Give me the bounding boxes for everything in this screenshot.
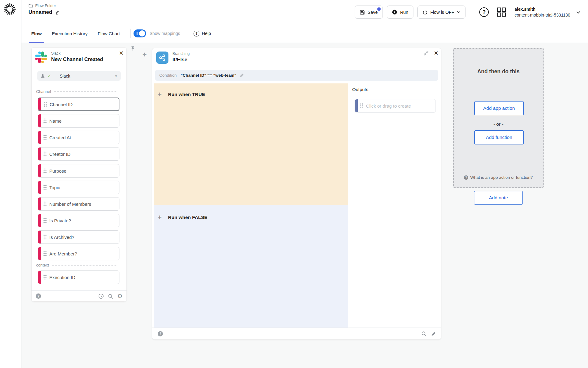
datapill-is-archived[interactable]: Is Archived?	[38, 230, 119, 244]
action-hint-link[interactable]: ? What is an app action or function?	[454, 175, 543, 180]
run-label: Run	[400, 10, 408, 15]
edit-pencil-icon[interactable]	[431, 331, 436, 336]
help-label: Help	[202, 31, 211, 36]
save-button[interactable]: Save	[355, 6, 383, 19]
drag-handle-icon	[360, 103, 363, 109]
add-app-action-button[interactable]: Add app action	[474, 101, 524, 115]
power-icon	[423, 10, 428, 15]
datapill-number-of-members[interactable]: Number of Members	[38, 197, 119, 211]
flow-canvas: Slack New Channel Created × ✓ Slack ▾ Ch…	[21, 43, 588, 368]
user-menu[interactable]: alex.smith content-mobbin-trial-5331130	[514, 6, 570, 18]
step-help-icon[interactable]: ?	[158, 331, 163, 336]
tab-flow[interactable]: Flow	[31, 24, 42, 43]
datapill-are-member[interactable]: Are Member?	[38, 247, 119, 260]
info-question-icon: ?	[464, 175, 468, 180]
add-function-button[interactable]: Add function	[474, 130, 524, 144]
drag-handle-icon	[43, 251, 47, 256]
add-note-button[interactable]: Add note	[474, 191, 523, 205]
branch-title: If/Else	[172, 57, 187, 63]
branching-icon	[156, 52, 168, 64]
run-when-true-label: Run when TRUE	[168, 92, 205, 97]
workspace-name: content-mobbin-trial-5331130	[514, 12, 570, 18]
help-menu[interactable]: ? Help	[194, 31, 211, 36]
or-separator: - or -	[454, 121, 543, 127]
user-name: alex.smith	[514, 6, 570, 12]
output-create-chip[interactable]: Click or drag to create	[355, 99, 436, 113]
datapill-created-at[interactable]: Created At	[38, 131, 119, 144]
tabbar-divider	[130, 29, 131, 38]
user-chevron-down-icon[interactable]	[576, 11, 580, 13]
trigger-datatree-panel: Slack New Channel Created × ✓ Slack ▾ Ch…	[32, 48, 126, 301]
branch-kicker: Branching	[172, 52, 190, 56]
datapill-execution-id[interactable]: Execution ID	[38, 270, 119, 284]
breadcrumb[interactable]: Flow Folder	[28, 3, 60, 8]
add-false-step-plus-icon[interactable]: +	[158, 214, 162, 221]
drag-handle-icon	[43, 201, 47, 207]
branch-step-card: Branching If/Else × Condition "Channel I…	[152, 48, 441, 339]
chevron-down-icon	[457, 11, 460, 13]
edit-title-icon[interactable]	[55, 10, 60, 15]
show-mappings-label: Show mappings	[149, 31, 180, 36]
settings-gear-icon[interactable]: ⚙	[117, 293, 123, 299]
connection-name: Slack	[60, 74, 70, 79]
branch-footer: ?	[152, 328, 441, 339]
close-icon[interactable]: ×	[434, 49, 438, 57]
help-icon[interactable]: ?	[479, 7, 489, 17]
connection-selector[interactable]: ✓ Slack ▾	[37, 71, 121, 81]
datapill-creator-id[interactable]: Creator ID	[38, 147, 119, 161]
trigger-app-name: Slack	[51, 51, 61, 56]
drag-handle-icon	[43, 218, 47, 223]
unsaved-changes-dot	[377, 7, 381, 11]
folder-icon	[28, 3, 33, 8]
pill-color-bar	[38, 98, 41, 111]
run-when-true-zone[interactable]	[154, 83, 348, 205]
flow-state-label: Flow is OFF	[430, 10, 454, 15]
drag-handle-icon	[43, 118, 47, 124]
datapill-purpose[interactable]: Purpose	[38, 164, 119, 178]
drag-handle-icon	[43, 102, 47, 107]
show-mappings-toggle[interactable]	[134, 29, 146, 37]
search-icon[interactable]	[421, 331, 427, 336]
add-true-step-plus-icon[interactable]: +	[158, 91, 162, 98]
app-rail	[0, 0, 21, 368]
header-divider	[472, 6, 472, 18]
datapill-is-private[interactable]: Is Private?	[38, 214, 119, 227]
apps-grid-icon[interactable]	[497, 7, 506, 17]
run-button[interactable]: Run	[387, 6, 413, 19]
datapill-name[interactable]: Name	[38, 114, 119, 128]
run-when-false-zone[interactable]	[154, 205, 348, 328]
trigger-title: New Channel Created	[51, 56, 103, 62]
pin-icon[interactable]	[130, 46, 135, 51]
section-dash-line	[54, 91, 116, 92]
page-title: Unnamed	[28, 9, 52, 15]
tab-flow-chart[interactable]: Flow Chart	[98, 24, 120, 43]
datapill-topic[interactable]: Topic	[38, 181, 119, 194]
slack-logo-icon	[35, 52, 47, 63]
condition-bar: Condition "Channel ID" == "web-team"	[155, 70, 438, 81]
action-hint-text: What is an app action or function?	[470, 175, 533, 180]
output-placeholder: Click or drag to create	[366, 103, 411, 109]
flow-state-button[interactable]: Flow is OFF	[417, 6, 466, 19]
app-logo-icon[interactable]	[4, 3, 16, 15]
panel-help-icon[interactable]: ?	[36, 293, 41, 299]
run-when-false-label: Run when FALSE	[168, 215, 207, 220]
datapill-channel-id[interactable]: Channel ID	[38, 98, 119, 111]
trigger-panel-header: Slack New Channel Created ×	[32, 48, 126, 68]
close-icon[interactable]: ×	[119, 49, 123, 57]
outputs-heading: Outputs	[352, 87, 368, 92]
condition-expression: "Channel ID" == "web-team"	[181, 73, 236, 78]
trigger-panel-footer: ? ⚙	[32, 290, 126, 301]
top-header: Flow Folder Unnamed Save	[21, 0, 588, 24]
drag-handle-icon	[43, 185, 47, 190]
output-color-bar	[355, 99, 358, 113]
section-context: context	[36, 263, 116, 267]
tabbar-divider-2	[186, 29, 186, 38]
collapse-icon[interactable]	[424, 51, 429, 56]
edit-condition-icon[interactable]	[239, 73, 244, 78]
add-step-plus-icon[interactable]: +	[142, 51, 147, 58]
recent-icon[interactable]	[98, 293, 104, 299]
next-step-title: And then do this	[454, 68, 543, 75]
drag-handle-icon	[43, 151, 47, 157]
search-icon[interactable]	[108, 293, 113, 299]
tab-execution-history[interactable]: Execution History	[52, 24, 88, 43]
